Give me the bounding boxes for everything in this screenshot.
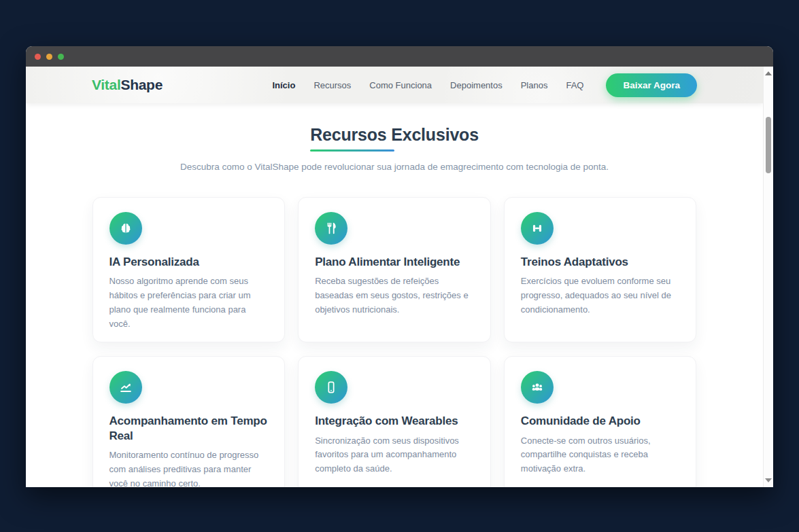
- utensils-icon: [315, 212, 347, 245]
- nav-item-recursos[interactable]: Recursos: [313, 80, 351, 90]
- scrollbar-thumb[interactable]: [766, 117, 771, 173]
- main-nav: Início Recursos Como Funciona Depoimento…: [272, 73, 697, 97]
- title-underline-accent: [310, 149, 394, 152]
- features-section: Recursos Exclusivos Descubra como o Vita…: [26, 103, 763, 487]
- card-description: Receba sugestões de refeições baseadas e…: [315, 274, 474, 317]
- chart-line-icon: [109, 371, 142, 404]
- browser-window: VitalShape Início Recursos Como Funciona…: [26, 46, 773, 487]
- feature-card-integracao-wearables: Integração com Wearables Sincronização c…: [298, 356, 491, 487]
- nav-item-inicio[interactable]: Início: [272, 80, 295, 90]
- card-title: IA Personalizada: [109, 255, 269, 269]
- mobile-icon: [315, 371, 347, 404]
- section-title: Recursos Exclusivos: [310, 125, 479, 145]
- close-window-icon[interactable]: [35, 54, 41, 60]
- card-description: Nosso algoritmo aprende com seus hábitos…: [109, 274, 269, 331]
- card-description: Sincronização com seus dispositivos favo…: [315, 434, 474, 476]
- feature-card-treinos-adaptativos: Treinos Adaptativos Exercícios que evolu…: [504, 197, 697, 342]
- card-description: Exercícios que evoluem conforme seu prog…: [521, 274, 680, 317]
- card-title: Comunidade de Apoio: [521, 414, 680, 428]
- card-description: Monitoramento contínuo de progresso com …: [109, 448, 269, 487]
- card-title: Treinos Adaptativos: [521, 255, 680, 269]
- feature-card-ia-personalizada: IA Personalizada Nosso algoritmo aprende…: [92, 197, 286, 342]
- card-title: Plano Alimentar Inteligente: [315, 255, 474, 269]
- dumbbell-icon: [521, 212, 554, 245]
- card-description: Conecte-se com outros usuários, comparti…: [521, 434, 680, 476]
- vertical-scrollbar[interactable]: [763, 67, 773, 487]
- feature-cards-grid: IA Personalizada Nosso algoritmo aprende…: [92, 197, 697, 487]
- card-title: Integração com Wearables: [315, 414, 474, 428]
- zoom-window-icon[interactable]: [58, 54, 64, 60]
- brand-logo[interactable]: VitalShape: [92, 77, 163, 93]
- logo-part-shape: Shape: [120, 77, 163, 92]
- download-now-button[interactable]: Baixar Agora: [606, 73, 697, 97]
- minimize-window-icon[interactable]: [46, 54, 52, 60]
- scroll-down-icon[interactable]: [765, 478, 772, 482]
- nav-item-depoimentos[interactable]: Depoimentos: [450, 80, 503, 90]
- logo-part-vital: Vital: [92, 77, 120, 92]
- card-title: Acompanhamento em Tempo Real: [109, 414, 269, 443]
- nav-item-planos[interactable]: Planos: [521, 80, 548, 90]
- page-content: VitalShape Início Recursos Como Funciona…: [26, 67, 763, 487]
- feature-card-acompanhamento: Acompanhamento em Tempo Real Monitoramen…: [92, 356, 286, 487]
- brain-icon: [109, 212, 142, 245]
- navbar: VitalShape Início Recursos Como Funciona…: [26, 67, 763, 103]
- section-subtitle: Descubra como o VitalShape pode revoluci…: [26, 162, 763, 172]
- users-icon: [521, 371, 554, 404]
- window-titlebar: [26, 46, 773, 67]
- feature-card-comunidade: Comunidade de Apoio Conecte-se com outro…: [504, 356, 697, 487]
- nav-item-como-funciona[interactable]: Como Funciona: [369, 80, 432, 90]
- nav-item-faq[interactable]: FAQ: [566, 80, 583, 90]
- feature-card-plano-alimentar: Plano Alimentar Inteligente Receba suges…: [298, 197, 491, 342]
- scroll-up-icon[interactable]: [765, 71, 772, 75]
